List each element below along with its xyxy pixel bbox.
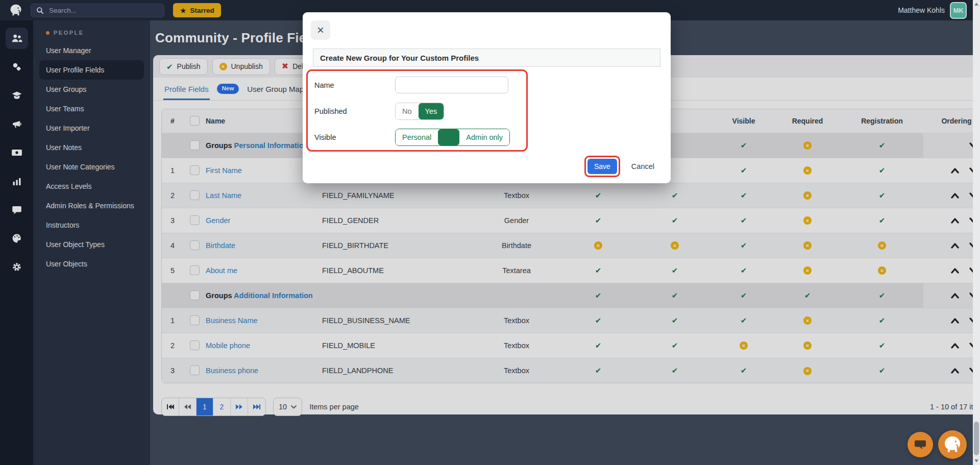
visible-option-admin-only[interactable]: Admin only: [459, 129, 509, 145]
visible-toggle: PersonalAllAdmin only: [395, 129, 510, 146]
mascot-widget-button[interactable]: [938, 430, 967, 459]
mammoth-icon: [942, 434, 963, 455]
scroll-up-arrow-icon[interactable]: [974, 3, 978, 6]
visible-field-label: Visible: [314, 133, 395, 141]
published-option-yes[interactable]: Yes: [419, 103, 444, 119]
app-root: ★ Starred Matthew Kohls MK PEOPLE User M…: [0, 0, 980, 465]
save-annotation-ring: Save: [584, 156, 620, 177]
cancel-button[interactable]: Cancel: [631, 162, 654, 170]
visible-option-personal[interactable]: Personal: [396, 129, 438, 145]
save-button[interactable]: Save: [587, 159, 617, 174]
published-field-label: Published: [314, 107, 395, 115]
chat-widget-button[interactable]: [908, 432, 933, 457]
name-field-label: Name: [314, 81, 395, 89]
scroll-down-arrow-icon[interactable]: [974, 459, 978, 462]
modal-close-button[interactable]: ×: [311, 20, 330, 40]
close-icon: ×: [317, 23, 324, 37]
published-option-no[interactable]: No: [396, 103, 419, 119]
browser-scrollbar[interactable]: [973, 0, 980, 465]
modal-title: Create New Group for Your Custom Profile…: [313, 48, 660, 67]
scrollbar-thumb[interactable]: [974, 422, 979, 455]
create-group-modal: × Create New Group for Your Custom Profi…: [303, 12, 671, 183]
speech-bubble-icon: [914, 439, 927, 450]
visible-option-all[interactable]: All: [438, 129, 459, 145]
group-name-input[interactable]: [395, 77, 508, 93]
page: ★ Starred Matthew Kohls MK PEOPLE User M…: [0, 0, 973, 465]
annotation-highlight-box: Name Published NoYes Visible PersonalAll…: [306, 69, 528, 152]
published-toggle: NoYes: [395, 103, 444, 120]
